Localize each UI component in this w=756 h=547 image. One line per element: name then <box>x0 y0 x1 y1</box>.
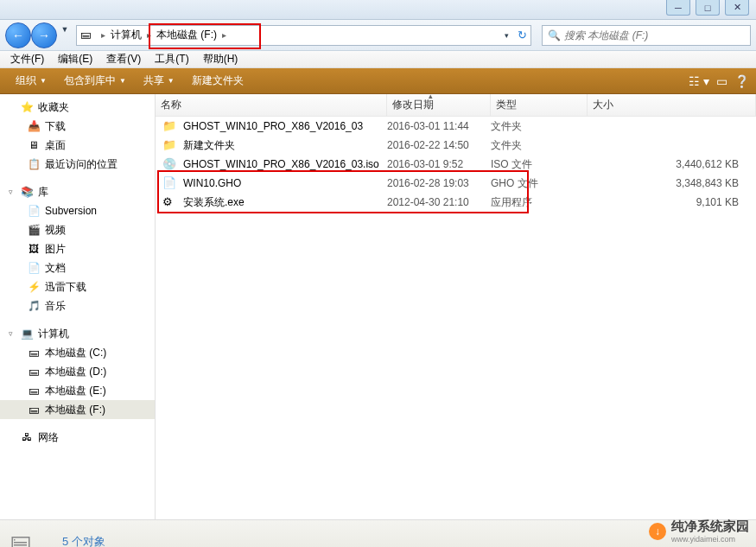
folder-icon: 📁 <box>162 138 178 152</box>
nav-history-dropdown[interactable]: ▼ <box>59 22 71 36</box>
breadcrumb-computer[interactable]: 计算机 <box>109 28 143 42</box>
search-icon: 🔍 <box>548 29 561 41</box>
chevron-right-icon: ▸ <box>98 30 109 40</box>
sidebar-network[interactable]: 🖧网络 <box>0 428 155 447</box>
search-input[interactable] <box>564 29 745 41</box>
sidebar-item-pictures[interactable]: 🖼图片 <box>0 239 155 258</box>
menu-help[interactable]: 帮助(H) <box>196 52 245 67</box>
sidebar-item-recent[interactable]: 📋最近访问的位置 <box>0 155 155 174</box>
drive-icon: 🖴 <box>26 346 41 359</box>
iso-icon: 💿 <box>162 157 178 171</box>
drive-icon: 🖴 <box>26 403 41 417</box>
watermark: ↓ 纯净系统家园 www.yidaimei.com <box>649 518 749 544</box>
expand-icon[interactable]: ▿ <box>9 329 19 338</box>
sidebar-item-drive-f[interactable]: 🖴本地磁盘 (F:) <box>0 400 155 419</box>
sidebar-item-desktop[interactable]: 🖥桌面 <box>0 136 155 155</box>
toolbar-newfolder[interactable]: 新建文件夹 <box>183 73 252 88</box>
watermark-title: 纯净系统家园 <box>671 518 749 535</box>
column-size[interactable]: 大小 <box>588 94 756 116</box>
file-row[interactable]: 📁GHOST_WIN10_PRO_X86_V2016_032016-03-01 … <box>156 117 756 136</box>
picture-icon: 🖼 <box>26 242 41 256</box>
toolbar-organize[interactable]: 组织 ▼ <box>7 73 55 88</box>
computer-icon: 💻 <box>19 327 35 340</box>
folder-icon: 📁 <box>162 119 178 133</box>
expand-icon[interactable]: ▿ <box>9 188 19 196</box>
watermark-subtitle: www.yidaimei.com <box>671 535 749 544</box>
sidebar-item-thunder[interactable]: ⚡迅雷下载 <box>0 277 155 296</box>
main-area: ⭐收藏夹 📥下载 🖥桌面 📋最近访问的位置 ▿📚库 📄Subversion 🎬视… <box>0 94 756 519</box>
toolbar-include-label: 包含到库中 <box>64 73 116 88</box>
chevron-down-icon: ▼ <box>40 77 47 85</box>
sidebar: ⭐收藏夹 📥下载 🖥桌面 📋最近访问的位置 ▿📚库 📄Subversion 🎬视… <box>0 94 156 519</box>
svn-icon: 📄 <box>26 204 41 218</box>
arrow-left-icon: ← <box>12 29 24 42</box>
desktop-icon: 🖥 <box>26 138 41 152</box>
help-icon[interactable]: ❔ <box>734 74 749 88</box>
column-name[interactable]: 名称 <box>156 94 387 116</box>
view-options-icon[interactable]: ☷ ▾ <box>689 74 709 88</box>
watermark-icon: ↓ <box>649 523 666 540</box>
maximize-button[interactable]: □ <box>696 0 720 16</box>
music-icon: 🎵 <box>26 299 41 313</box>
breadcrumb-dropdown[interactable]: ▾ <box>501 31 512 40</box>
sidebar-item-videos[interactable]: 🎬视频 <box>0 220 155 239</box>
recent-icon: 📋 <box>26 157 41 171</box>
toolbar: 组织 ▼ 包含到库中 ▼ 共享 ▼ 新建文件夹 ☷ ▾ ▭ ❔ <box>0 68 756 94</box>
star-icon: ⭐ <box>19 100 35 114</box>
content-pane: 名称 修改日期 类型 大小 ▴ 📁GHOST_WIN10_PRO_X86_V20… <box>156 94 756 519</box>
refresh-icon[interactable]: ↻ <box>518 29 527 41</box>
minimize-button[interactable]: ─ <box>666 0 690 16</box>
preview-pane-icon[interactable]: ▭ <box>716 74 727 88</box>
search-box[interactable]: 🔍 <box>542 25 751 46</box>
titlebar: ─ □ ✕ <box>0 0 756 20</box>
toolbar-share-label: 共享 <box>143 73 164 88</box>
menu-edit[interactable]: 编辑(E) <box>51 52 99 67</box>
column-headers: 名称 修改日期 类型 大小 ▴ <box>156 94 756 117</box>
column-date[interactable]: 修改日期 <box>387 94 491 116</box>
back-button[interactable]: ← <box>5 22 31 48</box>
menu-tools[interactable]: 工具(T) <box>148 52 195 67</box>
close-button[interactable]: ✕ <box>725 0 749 16</box>
drive-icon: 🖴 <box>26 384 41 398</box>
chevron-down-icon: ▼ <box>119 77 126 85</box>
toolbar-newfolder-label: 新建文件夹 <box>192 73 244 88</box>
sidebar-item-drive-d[interactable]: 🖴本地磁盘 (D:) <box>0 362 155 381</box>
sidebar-favorites[interactable]: ⭐收藏夹 <box>0 98 155 117</box>
sidebar-item-drive-c[interactable]: 🖴本地磁盘 (C:) <box>0 343 155 362</box>
network-icon: 🖧 <box>19 430 35 444</box>
sidebar-item-drive-e[interactable]: 🖴本地磁盘 (E:) <box>0 381 155 400</box>
toolbar-share[interactable]: 共享 ▼ <box>135 73 183 88</box>
window-controls: ─ □ ✕ <box>666 0 749 16</box>
toolbar-include[interactable]: 包含到库中 ▼ <box>55 73 135 88</box>
sidebar-item-subversion[interactable]: 📄Subversion <box>0 201 155 220</box>
toolbar-organize-label: 组织 <box>16 73 36 88</box>
menu-view[interactable]: 查看(V) <box>99 52 148 67</box>
sidebar-computer[interactable]: ▿💻计算机 <box>0 324 155 343</box>
menu-file[interactable]: 文件(F) <box>3 52 51 67</box>
drive-large-icon: 🖴 <box>10 528 52 548</box>
annotation-highlight <box>157 170 529 213</box>
arrow-right-icon: → <box>38 29 50 42</box>
video-icon: 🎬 <box>26 223 41 237</box>
file-list: 📁GHOST_WIN10_PRO_X86_V2016_032016-03-01 … <box>156 117 756 519</box>
forward-button[interactable]: → <box>31 22 57 48</box>
document-icon: 📄 <box>26 261 41 275</box>
menu-bar: 文件(F) 编辑(E) 查看(V) 工具(T) 帮助(H) <box>0 51 756 68</box>
column-type[interactable]: 类型 <box>491 94 588 116</box>
annotation-highlight <box>149 23 261 49</box>
download-icon: 📥 <box>26 119 41 133</box>
navigation-bar: ← → ▼ 🖴 ▸ 计算机 ▸ 本地磁盘 (F:) ▸ ▾ ↻ 🔍 <box>0 20 756 51</box>
sidebar-item-documents[interactable]: 📄文档 <box>0 258 155 277</box>
chevron-down-icon: ▼ <box>168 77 175 85</box>
sidebar-item-music[interactable]: 🎵音乐 <box>0 296 155 315</box>
drive-icon: 🖴 <box>26 365 41 378</box>
sidebar-item-downloads[interactable]: 📥下载 <box>0 117 155 136</box>
breadcrumb[interactable]: 🖴 ▸ 计算机 ▸ 本地磁盘 (F:) ▸ ▾ ↻ <box>76 25 531 46</box>
thunder-icon: ⚡ <box>26 280 41 294</box>
sort-indicator-icon: ▴ <box>429 92 433 100</box>
drive-icon: 🖴 <box>80 29 94 42</box>
status-bar: 🖴 5 个对象 <box>0 519 756 547</box>
status-object-count: 5 个对象 <box>62 534 105 548</box>
sidebar-libraries[interactable]: ▿📚库 <box>0 182 155 201</box>
file-row[interactable]: 📁新建文件夹2016-02-22 14:50文件夹 <box>156 136 756 155</box>
